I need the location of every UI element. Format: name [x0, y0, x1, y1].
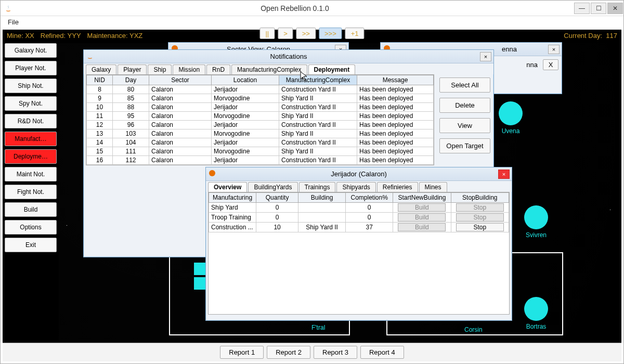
build-cell-button[interactable]: Build [398, 203, 446, 212]
planet-uvena[interactable] [499, 101, 523, 125]
table-row[interactable]: 985CalaronMorvogodineShip Yard IIHas bee… [87, 94, 434, 103]
title-bar: Open Rebellion 0.1.0 — ☐ ✕ [1, 1, 623, 16]
menu-bar: File [1, 16, 623, 29]
maximize-button[interactable]: ☐ [591, 3, 606, 14]
delete-button[interactable]: Delete [439, 98, 490, 113]
maint-not-button[interactable]: Maint Not. [5, 167, 57, 181]
close-button[interactable]: ✕ [607, 3, 623, 14]
table-row[interactable]: 15111CalaronMorvogodineShip Yard IIHas b… [87, 147, 434, 156]
table-row[interactable]: Construction ...10Ship Yard II37BuildSto… [209, 223, 509, 232]
report-1-button[interactable]: Report 1 [220, 346, 264, 359]
tab-shipyards[interactable]: Shipyards [336, 182, 375, 192]
planet-close[interactable]: × [498, 170, 510, 179]
tab-mission[interactable]: Mission [173, 64, 205, 74]
player-not-button[interactable]: Player Not. [5, 61, 57, 75]
mini-unit-1[interactable] [194, 263, 206, 275]
minimize-button[interactable]: — [574, 3, 590, 14]
rnd-not-button[interactable]: R&D Not. [5, 114, 57, 128]
stop-cell-button[interactable]: Stop [456, 213, 504, 222]
exit-button[interactable]: Exit [5, 238, 57, 252]
notifications-tabs: Galaxy Player Ship Mission RnD Manufactu… [84, 63, 493, 74]
report-3-button[interactable]: Report 3 [314, 346, 357, 359]
build-cell-button[interactable]: Build [398, 213, 446, 222]
col-mc[interactable]: ManufacturingComplex [279, 75, 357, 85]
tab-trainings[interactable]: Trainings [299, 182, 336, 192]
window-controls: — ☐ ✕ [574, 3, 623, 14]
galaxy-not-button[interactable]: Galaxy Not. [5, 43, 57, 58]
table-row[interactable]: 880CalaronJerijadorConstruction Yard IIH… [87, 85, 434, 94]
status-day: Current Day: 117 [564, 32, 617, 40]
ship-not-button[interactable]: Ship Not. [5, 79, 57, 93]
table-row[interactable]: Ship Yard00BuildStop [209, 203, 509, 213]
table-row[interactable]: 16112CalaronJerijadorConstruction Yard I… [87, 156, 434, 165]
col-stop[interactable]: StopBuilding [451, 193, 509, 203]
tab-deployment[interactable]: Deployment [308, 64, 356, 74]
notifications-close[interactable]: × [480, 52, 491, 61]
tab-refineries[interactable]: Refinieries [377, 182, 418, 192]
tab-overview[interactable]: Overview [208, 182, 247, 192]
build-cell-button[interactable]: Build [398, 223, 446, 231]
tab-manufacturing-complex[interactable]: ManufacturingComplex [231, 64, 307, 74]
play-button[interactable]: > [278, 28, 293, 39]
pause-button[interactable]: || [259, 28, 275, 39]
notifications-table[interactable]: NID Day Sector Location ManufacturingCom… [86, 75, 434, 165]
tab-ship[interactable]: Ship [148, 64, 172, 74]
tab-galaxy[interactable]: Galaxy [86, 64, 116, 74]
tab-player[interactable]: Player [118, 64, 147, 74]
planet-table[interactable]: Manufacturing Quantity Building Completi… [209, 192, 509, 232]
tab-mines[interactable]: Mines [419, 182, 447, 192]
status-refined: Refined: YYY [41, 32, 81, 40]
tab-building-yards[interactable]: BuildingYards [248, 182, 297, 192]
table-row[interactable]: 13103CalaronMorvogodineShip Yard IIHas b… [87, 129, 434, 138]
open-target-button[interactable]: Open Target [439, 138, 490, 153]
speed-controls: || > >> >>> +1 [259, 28, 364, 39]
col-completion[interactable]: Completion% [346, 193, 393, 203]
sector-enna-x-button[interactable]: X [543, 59, 558, 70]
planet-title: Jerijador (Calaron) [219, 170, 498, 178]
planet-window[interactable]: Jerijador (Calaron) × Overview BuildingY… [205, 167, 512, 321]
col-nid[interactable]: NID [87, 75, 113, 85]
table-row[interactable]: Troop Training00BuildStop [209, 213, 509, 223]
sector-enna-close[interactable]: × [548, 45, 560, 54]
col-location[interactable]: Location [212, 75, 279, 85]
report-4-button[interactable]: Report 4 [360, 346, 404, 359]
tab-rnd[interactable]: RnD [206, 64, 230, 74]
fight-not-button[interactable]: Fight Not. [5, 185, 57, 199]
options-button[interactable]: Options [5, 220, 57, 235]
step-button[interactable]: +1 [345, 28, 365, 39]
select-all-button[interactable]: Select All [439, 77, 490, 93]
manufact-button[interactable]: Manufact… [5, 132, 57, 146]
col-quantity[interactable]: Quantity [256, 193, 298, 203]
col-sector[interactable]: Sector [149, 75, 212, 85]
notifications-title: Notifications [97, 53, 480, 60]
col-message[interactable]: Message [357, 75, 434, 85]
svg-point-2 [209, 170, 215, 176]
view-button[interactable]: View [439, 118, 490, 133]
table-row[interactable]: 1195CalaronMorvogodineShip Yard IIHas be… [87, 112, 434, 121]
table-row[interactable]: 1088CalaronJerijadorConstruction Yard II… [87, 103, 434, 112]
left-panel: Galaxy Not. Player Not. Ship Not. Spy No… [5, 43, 57, 252]
java-icon [86, 51, 94, 61]
ff-button[interactable]: >> [296, 28, 316, 39]
mini-unit-2[interactable] [194, 277, 206, 290]
table-row[interactable]: 1296CalaronJerijadorConstruction Yard II… [87, 121, 434, 129]
java-icon [4, 4, 13, 13]
col-start[interactable]: StartNewBuilding [393, 193, 451, 203]
stop-cell-button[interactable]: Stop [456, 203, 504, 212]
deployme-button[interactable]: Deployme… [5, 149, 57, 164]
stop-cell-button[interactable]: Stop [456, 223, 504, 231]
file-menu[interactable]: File [4, 17, 23, 27]
notifications-side: Select All Delete View Open Target [436, 74, 493, 167]
report-2-button[interactable]: Report 2 [267, 346, 310, 359]
build-button[interactable]: Build [5, 202, 57, 217]
spy-not-button[interactable]: Spy Not. [5, 96, 57, 111]
col-building[interactable]: Building [298, 193, 346, 203]
table-row[interactable]: 14104CalaronJerijadorConstruction Yard I… [87, 138, 434, 147]
app-title: Open Rebellion 0.1.0 [16, 4, 574, 12]
col-manufacturing[interactable]: Manufacturing [209, 193, 256, 203]
planet-svivren[interactable] [524, 205, 548, 229]
col-day[interactable]: Day [113, 75, 149, 85]
java-icon [208, 169, 216, 179]
sector-enna-label: nna [526, 61, 538, 69]
fff-button[interactable]: >>> [319, 28, 342, 39]
